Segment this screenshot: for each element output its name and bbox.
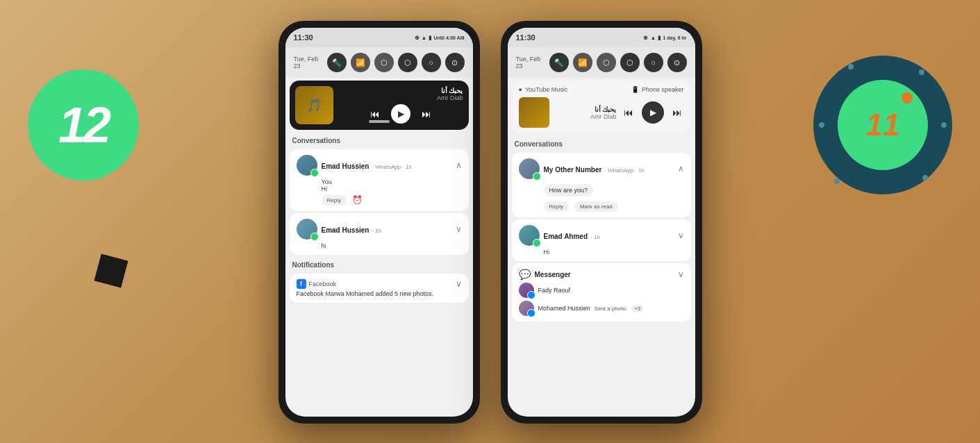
reply-btn-myother[interactable]: Reply: [544, 201, 569, 212]
qs-date-12: Tue, Feb 23: [294, 56, 327, 69]
conv-name-2: Emad Hussien: [322, 226, 369, 234]
conv-header-2: Emad Hussien · 1h ∨: [297, 219, 462, 240]
qs-hotspot-btn-11[interactable]: ⬡: [620, 53, 640, 72]
plus3-badge: +3: [631, 305, 643, 312]
conv-header-left-emad-ahmed: Emad Ahmed · 1h: [519, 225, 600, 246]
expand-btn-fb[interactable]: ∨: [456, 279, 462, 289]
next-btn-11[interactable]: ⏭: [672, 107, 682, 118]
location-icon-11: ⊕: [643, 35, 648, 41]
messenger-sub-2: Mohamed Hussien Sent a photo. +3: [519, 301, 684, 316]
quick-settings-12: Tue, Feb 23 🔦 📶 ⬡ ⬡ ○ ⊙: [285, 47, 473, 78]
play-btn-11[interactable]: ▶: [642, 101, 664, 124]
media-artist-11: Amr Diab: [555, 113, 617, 120]
mark-read-btn-myother[interactable]: Mark as read: [574, 201, 618, 212]
android11-dot: [902, 92, 913, 103]
qs-wifi-btn[interactable]: 📶: [351, 53, 370, 72]
conv-header-messenger: 💬 Messenger ∨: [519, 269, 684, 280]
battery-icon: ▮: [429, 35, 431, 41]
conv-name-block-2: Emad Hussien · 1h: [322, 223, 382, 235]
conversation-item-2: Emad Hussien · 1h ∨ hi: [290, 213, 469, 255]
battery-text: Until 4:00 AM: [433, 35, 464, 40]
notif-app-fb: f Facebook: [297, 279, 337, 289]
wifi-icon: ▲: [422, 35, 427, 41]
whatsapp-badge-1: [310, 169, 319, 177]
album-art-12: 🎵: [295, 86, 333, 124]
fady-name: Fady Raouf: [538, 287, 571, 294]
ring-dot: [834, 178, 840, 184]
qs-hotspot-btn[interactable]: ⬡: [398, 53, 417, 72]
qs-bluetooth-btn-11[interactable]: ⬡: [597, 53, 616, 72]
reply-btn-1[interactable]: Reply: [322, 195, 347, 206]
conv-message-1: Hi: [322, 185, 462, 192]
media-controls-11: ⏮ ▶ ⏭: [622, 101, 684, 124]
media-controls-12: ⏮ ▶ ⏭: [339, 104, 463, 124]
scroll-indicator: [369, 120, 390, 123]
media-title-11: يحبك أنا: [555, 106, 617, 113]
expand-btn-myother[interactable]: ∧: [678, 164, 684, 174]
conv-actions-myother: Reply Mark as read: [544, 201, 684, 212]
messenger-sub-1: Fady Raouf: [519, 283, 684, 298]
android12-version: 12: [58, 100, 108, 150]
prev-btn-12[interactable]: ⏮: [370, 108, 380, 119]
qs-torch-btn[interactable]: 🔦: [327, 53, 347, 72]
messenger-badge-fady: [527, 291, 535, 299]
media-body-11: يحبك أنا Amr Diab ⏮ ▶ ⏭: [519, 97, 684, 128]
conversations-header-11: Conversations: [508, 136, 695, 151]
conv-header-emad-ahmed: Emad Ahmed · 1h ∨: [519, 225, 684, 246]
android11-logo: 11: [813, 56, 952, 194]
expand-btn-messenger[interactable]: ∨: [678, 269, 684, 279]
qs-torch-btn-11[interactable]: 🔦: [549, 53, 569, 72]
qs-icons-12: 🔦 📶 ⬡ ⬡ ○ ⊙: [327, 53, 465, 72]
clock-icon-1: ⏰: [352, 195, 363, 206]
messenger-badge-mohamed: [527, 309, 535, 317]
facebook-icon: f: [297, 279, 306, 289]
qs-bluetooth-btn[interactable]: ⬡: [374, 53, 394, 72]
avatar-emad-ahmed: [519, 225, 540, 246]
avatar-emad2: [297, 219, 317, 240]
android11-version: 11: [866, 108, 900, 142]
qs-rotate-btn[interactable]: ⊙: [445, 53, 465, 72]
conversation-messenger: 💬 Messenger ∨ Fady Raouf: [512, 263, 691, 321]
time-11: 11:30: [516, 33, 535, 42]
next-btn-12[interactable]: ⏭: [422, 108, 431, 119]
conv-meta-myother: · WhatsApp · 1h: [605, 167, 645, 174]
conv-header-left-myother: My Other Number · WhatsApp · 1h: [519, 158, 645, 179]
wifi-icon-11: ▲: [650, 35, 656, 41]
qs-dnd-btn[interactable]: ○: [422, 53, 441, 72]
conv-name-myother: My Other Number: [544, 166, 602, 174]
album-art-11: [519, 97, 549, 128]
avatar-mohamed: [519, 301, 534, 316]
avatar-myother: [519, 158, 540, 179]
expand-btn-emad-ahmed[interactable]: ∨: [678, 231, 684, 240]
decoration-square: [94, 254, 128, 288]
expand-btn-2[interactable]: ∨: [456, 224, 462, 234]
expand-btn-1[interactable]: ∧: [456, 160, 462, 170]
qs-dnd-btn-11[interactable]: ○: [644, 53, 663, 72]
conv-header-1: Emad Hussien · WhatsApp · 1h ∧: [297, 155, 462, 176]
ring-dot: [848, 64, 854, 69]
media-player-11: ● YouTube Music 📱 Phone speaker يحبك أنا…: [512, 81, 691, 133]
ring-dot: [941, 122, 947, 128]
notif-header-fb: f Facebook ∨: [297, 279, 462, 289]
phone-android12: 11:30 ⊕ ▲ ▮ Until 4:00 AM Tue, Feb 23 🔦 …: [279, 21, 480, 424]
qs-rotate-btn-11[interactable]: ⊙: [667, 53, 687, 72]
ring-dot: [819, 122, 824, 128]
conv-meta-1: · WhatsApp · 1h: [372, 164, 412, 170]
qs-date-11: Tue, Feb 23: [516, 56, 549, 69]
phones-container: 11:30 ⊕ ▲ ▮ Until 4:00 AM Tue, Feb 23 🔦 …: [279, 21, 702, 424]
media-source-11: ● YouTube Music: [519, 86, 568, 93]
sent-photo-text: Sent a photo.: [595, 306, 628, 312]
whatsapp-badge-myother: [533, 172, 541, 181]
ring-dot: [919, 69, 924, 75]
yt-music-icon: ●: [519, 86, 522, 93]
phone-android11: 11:30 ⊕ ▲ ▮ 1 day, 6 hr Tue, Feb 23 🔦 📶 …: [501, 21, 702, 424]
conv-message-2: hi: [322, 242, 462, 249]
play-btn-12[interactable]: ▶: [391, 104, 410, 124]
notification-facebook: f Facebook ∨ Facebook Marwa Mohamed adde…: [290, 274, 469, 303]
conv-meta-emad-ahmed: · 1h: [590, 234, 599, 240]
conv-bubble-area: How are you?: [544, 182, 684, 199]
conv-name-1: Emad Hussien: [322, 162, 369, 170]
messenger-icon: 💬: [519, 269, 531, 280]
qs-wifi-btn-11[interactable]: 📶: [573, 53, 592, 72]
prev-btn-11[interactable]: ⏮: [624, 107, 633, 118]
